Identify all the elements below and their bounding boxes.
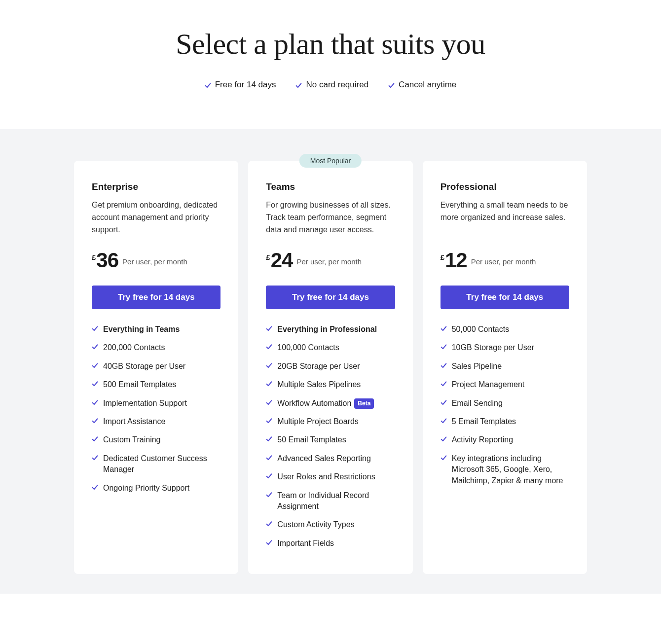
feature-text: Important Fields <box>277 538 334 549</box>
feature-list: Everything in Teams200,000 Contacts40GB … <box>92 324 220 494</box>
price-unit: Per user, per month <box>471 257 536 266</box>
feature-item: Email Sending <box>441 398 569 409</box>
check-icon <box>388 82 395 89</box>
check-icon <box>92 381 98 387</box>
check-icon <box>266 399 272 406</box>
check-icon <box>266 362 272 369</box>
feature-text: Multiple Project Boards <box>277 416 359 427</box>
feature-item: 20GB Storage per User <box>266 361 395 372</box>
try-free-button[interactable]: Try free for 14 days <box>266 286 395 309</box>
check-icon <box>266 473 272 479</box>
price-amount: 12 <box>445 250 467 271</box>
feature-text: Custom Activity Types <box>277 519 354 530</box>
check-icon <box>441 325 447 332</box>
plans-grid: EnterpriseGet premium onboarding, dedica… <box>74 161 587 574</box>
check-icon <box>92 436 98 442</box>
plans-section: EnterpriseGet premium onboarding, dedica… <box>0 129 661 594</box>
feature-item: 10GB Storage per User <box>441 342 569 353</box>
check-icon <box>441 399 447 406</box>
feature-text: 100,000 Contacts <box>277 342 339 353</box>
popular-badge: Most Popular <box>299 154 362 168</box>
check-icon <box>441 436 447 442</box>
price-row: £24Per user, per month <box>266 250 395 271</box>
check-icon <box>266 344 272 350</box>
feature-text: 50 Email Templates <box>277 434 346 445</box>
check-icon <box>92 418 98 424</box>
check-icon <box>441 455 447 461</box>
page-title: Select a plan that suits you <box>10 27 651 61</box>
feature-item: Import Assistance <box>92 416 220 427</box>
check-icon <box>266 325 272 332</box>
currency-symbol: £ <box>266 253 270 261</box>
feature-item: Dedicated Customer Success Manager <box>92 453 220 475</box>
price-amount: 36 <box>96 250 118 271</box>
feature-item: 200,000 Contacts <box>92 342 220 353</box>
plan-card-professional: ProfessionalEverything a small team need… <box>423 161 587 574</box>
hero-benefit: Free for 14 days <box>205 80 276 90</box>
feature-item: Custom Activity Types <box>266 519 395 530</box>
feature-text: User Roles and Restrictions <box>277 471 375 482</box>
check-icon <box>266 539 272 546</box>
feature-text: Team or Individual Record Assignment <box>277 490 395 512</box>
hero-benefit-text: No card required <box>306 80 368 90</box>
check-icon <box>92 484 98 491</box>
price-unit: Per user, per month <box>296 257 362 266</box>
feature-text: Import Assistance <box>103 416 165 427</box>
plan-description: Get premium onboarding, dedicated accoun… <box>92 199 220 236</box>
hero-benefit: No card required <box>295 80 368 90</box>
feature-text: 20GB Storage per User <box>277 361 360 372</box>
feature-item: Key integrations including Microsoft 365… <box>441 453 569 486</box>
check-icon <box>266 418 272 424</box>
price-unit: Per user, per month <box>122 257 187 266</box>
check-icon <box>92 325 98 332</box>
hero: Select a plan that suits you Free for 14… <box>0 0 661 129</box>
feature-item: Custom Training <box>92 434 220 445</box>
feature-list: 50,000 Contacts10GB Storage per UserSale… <box>441 324 569 486</box>
feature-item: Multiple Sales Pipelines <box>266 379 395 390</box>
feature-item: Team or Individual Record Assignment <box>266 490 395 512</box>
feature-text: 50,000 Contacts <box>452 324 510 335</box>
feature-item: 500 Email Templates <box>92 379 220 390</box>
feature-item: Advanced Sales Reporting <box>266 453 395 464</box>
feature-item: Ongoing Priority Support <box>92 483 220 494</box>
hero-benefit-text: Cancel anytime <box>399 80 456 90</box>
check-icon <box>266 436 272 442</box>
plan-card-teams: Most PopularTeamsFor growing businesses … <box>248 161 412 574</box>
hero-benefits: Free for 14 daysNo card requiredCancel a… <box>10 80 651 90</box>
try-free-button[interactable]: Try free for 14 days <box>441 286 569 309</box>
currency-symbol: £ <box>92 253 96 261</box>
feature-text: Custom Training <box>103 434 161 445</box>
currency-symbol: £ <box>441 253 444 261</box>
feature-text: 40GB Storage per User <box>103 361 185 372</box>
feature-text: Project Management <box>452 379 525 390</box>
feature-text: Email Sending <box>452 398 503 409</box>
feature-text: 10GB Storage per User <box>452 342 534 353</box>
price-row: £12Per user, per month <box>441 250 569 271</box>
hero-benefit-text: Free for 14 days <box>215 80 276 90</box>
feature-text: Multiple Sales Pipelines <box>277 379 361 390</box>
plan-description: For growing businesses of all sizes. Tra… <box>266 199 395 236</box>
feature-text: 200,000 Contacts <box>103 342 165 353</box>
price-row: £36Per user, per month <box>92 250 220 271</box>
feature-item: Everything in Professional <box>266 324 395 335</box>
feature-item: 5 Email Templates <box>441 416 569 427</box>
check-icon <box>266 521 272 527</box>
feature-item: Implementation Support <box>92 398 220 409</box>
check-icon <box>441 344 447 350</box>
plan-name: Enterprise <box>92 181 220 192</box>
feature-item: Sales Pipeline <box>441 361 569 372</box>
feature-text: Sales Pipeline <box>452 361 502 372</box>
feature-item: 100,000 Contacts <box>266 342 395 353</box>
feature-text: 500 Email Templates <box>103 379 176 390</box>
plan-name: Professional <box>441 181 569 192</box>
try-free-button[interactable]: Try free for 14 days <box>92 286 220 309</box>
check-icon <box>92 362 98 369</box>
feature-item: Activity Reporting <box>441 434 569 445</box>
check-icon <box>295 82 302 89</box>
feature-item: 50 Email Templates <box>266 434 395 445</box>
feature-item: Project Management <box>441 379 569 390</box>
feature-badge: Beta <box>354 398 374 409</box>
check-icon <box>92 399 98 406</box>
feature-item: User Roles and Restrictions <box>266 471 395 482</box>
plan-description: Everything a small team needs to be more… <box>441 199 569 236</box>
